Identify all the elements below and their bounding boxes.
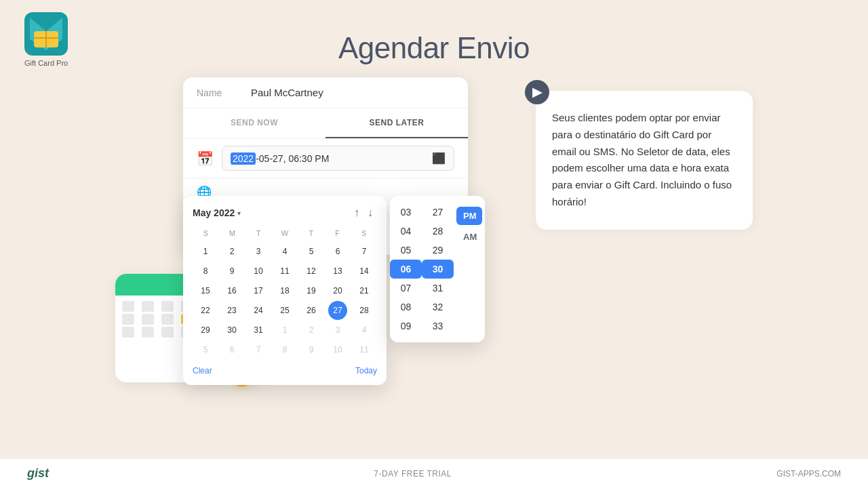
date-text: 2022-05-27, 06:30 PM bbox=[231, 153, 329, 164]
hour-item[interactable]: 09 bbox=[390, 317, 422, 336]
calendar-day[interactable]: 3 bbox=[249, 242, 268, 261]
calendar-day[interactable]: 20 bbox=[328, 281, 347, 300]
hour-item[interactable]: 04 bbox=[390, 222, 422, 241]
calendar-day-selected[interactable]: 27 bbox=[328, 301, 347, 320]
calendar-small-icon: 📅 bbox=[197, 150, 214, 167]
calendar-day[interactable]: 30 bbox=[222, 321, 241, 340]
calendar-day[interactable]: 2 bbox=[222, 242, 241, 261]
hour-item[interactable]: 07 bbox=[390, 279, 422, 298]
calendar-day[interactable]: 1 bbox=[275, 321, 294, 340]
calendar-day[interactable]: 19 bbox=[302, 281, 321, 300]
calendar-day[interactable]: 1 bbox=[196, 242, 215, 261]
calendar-days-grid: 1 2 3 4 5 6 7 8 9 10 11 12 13 14 15 16 1… bbox=[193, 242, 377, 359]
calendar-day[interactable]: 7 bbox=[249, 340, 268, 359]
calendar-day[interactable]: 4 bbox=[275, 242, 294, 261]
minute-item[interactable]: 32 bbox=[422, 298, 454, 317]
calendar-day[interactable]: 28 bbox=[355, 301, 374, 320]
calendar-day[interactable]: 8 bbox=[275, 340, 294, 359]
logo-label: Gift Card Pro bbox=[24, 58, 68, 68]
calendar-day[interactable]: 12 bbox=[302, 262, 321, 281]
calendar-day[interactable]: 21 bbox=[355, 281, 374, 300]
calendar-day[interactable]: 10 bbox=[249, 262, 268, 281]
calendar-day[interactable]: 22 bbox=[196, 301, 215, 320]
footer-trial: 7-DAY FREE TRIAL bbox=[374, 469, 452, 479]
calendar-next-button[interactable]: ↓ bbox=[363, 205, 377, 220]
calendar-day[interactable]: 31 bbox=[249, 321, 268, 340]
footer-url: GIST-APPS.COM bbox=[776, 469, 841, 479]
hour-item[interactable]: 08 bbox=[390, 298, 422, 317]
send-now-tab[interactable]: SEND NOW bbox=[183, 108, 326, 138]
hour-item[interactable]: 05 bbox=[390, 241, 422, 260]
calendar-day[interactable]: 17 bbox=[249, 281, 268, 300]
calendar-day[interactable]: 15 bbox=[196, 281, 215, 300]
calendar-day[interactable]: 24 bbox=[249, 301, 268, 320]
am-button[interactable]: AM bbox=[456, 228, 482, 246]
pm-button[interactable]: PM bbox=[456, 207, 482, 225]
info-panel: ▶ Seus clientes podem optar por enviar p… bbox=[536, 91, 753, 230]
calendar-day[interactable]: 10 bbox=[328, 340, 347, 359]
calendar-day-names: S M T W T F S bbox=[193, 227, 377, 239]
hour-item[interactable]: 03 bbox=[390, 203, 422, 222]
logo-icon bbox=[24, 12, 68, 56]
mockup-area: + Name Paul McCartney SEND NOW SEND LATE… bbox=[115, 77, 515, 396]
time-columns: 03 04 05 06 07 08 09 27 28 29 30 31 32 3… bbox=[390, 203, 485, 336]
date-year: 2022 bbox=[231, 152, 256, 165]
calendar-day[interactable]: 14 bbox=[355, 262, 374, 281]
calendar-day[interactable]: 9 bbox=[302, 340, 321, 359]
ampm-column: PM AM bbox=[454, 203, 485, 336]
name-label: Name bbox=[197, 87, 251, 98]
calendar-prev-button[interactable]: ↑ bbox=[350, 205, 363, 220]
hour-item-selected[interactable]: 06 bbox=[390, 260, 422, 279]
calendar-day[interactable]: 2 bbox=[302, 321, 321, 340]
name-value: Paul McCartney bbox=[251, 87, 323, 98]
calendar-day[interactable]: 13 bbox=[328, 262, 347, 281]
calendar-day[interactable]: 4 bbox=[355, 321, 374, 340]
minute-item-selected[interactable]: 30 bbox=[422, 260, 454, 279]
minute-item[interactable]: 33 bbox=[422, 317, 454, 336]
calendar-day[interactable]: 5 bbox=[196, 340, 215, 359]
calendar-day[interactable]: 8 bbox=[196, 262, 215, 281]
calendar-header: May 2022 ▾ ↑ ↓ bbox=[193, 205, 377, 220]
calendar-day[interactable]: 18 bbox=[275, 281, 294, 300]
calendar-day[interactable]: 5 bbox=[302, 242, 321, 261]
name-row: Name Paul McCartney bbox=[183, 77, 468, 108]
info-icon: ▶ bbox=[525, 80, 549, 104]
chevron-down-icon: ▾ bbox=[237, 209, 241, 217]
calendar-day[interactable]: 6 bbox=[328, 242, 347, 261]
calendar-day[interactable]: 25 bbox=[275, 301, 294, 320]
minute-item[interactable]: 28 bbox=[422, 222, 454, 241]
calendar-day[interactable]: 11 bbox=[355, 340, 374, 359]
calendar-footer: Clear Today bbox=[193, 366, 377, 375]
minute-item[interactable]: 31 bbox=[422, 279, 454, 298]
calendar-month-label: May 2022 bbox=[193, 207, 235, 218]
calendar-day[interactable]: 26 bbox=[302, 301, 321, 320]
calendar-day[interactable]: 3 bbox=[328, 321, 347, 340]
footer-brand: gist bbox=[27, 466, 49, 481]
hours-column: 03 04 05 06 07 08 09 bbox=[390, 203, 422, 336]
date-row: 📅 2022-05-27, 06:30 PM ⬛ bbox=[183, 139, 468, 178]
calendar-day[interactable]: 23 bbox=[222, 301, 241, 320]
info-text: Seus clientes podem optar por enviar par… bbox=[552, 110, 734, 211]
calendar-today-button[interactable]: Today bbox=[355, 366, 377, 375]
calendar-day[interactable]: 9 bbox=[222, 262, 241, 281]
time-picker: 03 04 05 06 07 08 09 27 28 29 30 31 32 3… bbox=[390, 196, 485, 342]
minute-item[interactable]: 29 bbox=[422, 241, 454, 260]
minutes-column: 27 28 29 30 31 32 33 bbox=[422, 203, 454, 336]
calendar-day[interactable]: 6 bbox=[222, 340, 241, 359]
calendar-day[interactable]: 16 bbox=[222, 281, 241, 300]
logo-area: Gift Card Pro bbox=[24, 12, 68, 68]
date-input[interactable]: 2022-05-27, 06:30 PM ⬛ bbox=[222, 146, 454, 171]
calendar-clear-button[interactable]: Clear bbox=[193, 366, 212, 375]
calendar-nav-icon: ⬛ bbox=[432, 152, 446, 165]
calendar-day[interactable]: 7 bbox=[355, 242, 374, 261]
page-title: Agendar Envio bbox=[338, 31, 530, 65]
calendar-popup: May 2022 ▾ ↑ ↓ S M T W T F S 1 2 3 4 5 bbox=[183, 196, 387, 385]
send-later-tab[interactable]: SEND LATER bbox=[326, 108, 468, 138]
send-tabs: SEND NOW SEND LATER bbox=[183, 108, 468, 139]
calendar-day[interactable]: 11 bbox=[275, 262, 294, 281]
minute-item[interactable]: 27 bbox=[422, 203, 454, 222]
footer: gist 7-DAY FREE TRIAL GIST-APPS.COM bbox=[0, 458, 868, 488]
calendar-day[interactable]: 29 bbox=[196, 321, 215, 340]
date-rest: -05-27, 06:30 PM bbox=[256, 153, 329, 164]
